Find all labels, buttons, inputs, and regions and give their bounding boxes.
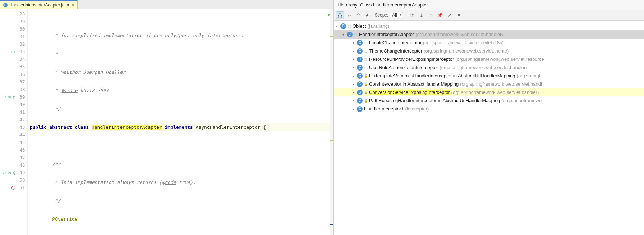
- line-number: 46: [17, 146, 25, 154]
- editor-pane: C HandlerInterceptorAdapter.java × 28293…: [0, 0, 334, 235]
- node-package: (inteceptor): [405, 106, 429, 112]
- expand-all-icon[interactable]: ≡: [427, 11, 435, 19]
- expand-toggle-icon[interactable]: ▸: [351, 90, 355, 94]
- hierarchy-node[interactable]: ▸C⬚ResourceUrlProviderExposingIntercepto…: [334, 55, 644, 63]
- class-hierarchy-icon[interactable]: [336, 11, 344, 19]
- node-package: (org.springframework.web.servlet.handl: [460, 81, 542, 87]
- expand-toggle-icon[interactable]: ▾: [341, 32, 345, 36]
- line-number: 41: [17, 108, 25, 116]
- hierarchy-title: Hierarchy: Class HandlerInterceptorAdapt…: [334, 0, 644, 10]
- code-area[interactable]: ✔ * for simplified implementation of pre…: [28, 9, 334, 235]
- line-number: 36: [17, 71, 25, 78]
- line-number: 32: [17, 40, 25, 48]
- hierarchy-node[interactable]: ▸C⬚LocaleChangeInterceptor (org.springfr…: [334, 39, 644, 47]
- sort-alpha-icon[interactable]: A↓: [364, 11, 372, 19]
- line-number: 48: [17, 161, 25, 169]
- node-name: CorsInterceptor in AbstractHandlerMappin…: [369, 81, 459, 87]
- hierarchy-node[interactable]: ▾C⬚Object (java.lang): [334, 22, 644, 30]
- line-number: 49: [17, 169, 25, 176]
- pin-icon[interactable]: 📌: [436, 11, 444, 19]
- error-stripe[interactable]: [330, 9, 334, 235]
- node-package: (org.springframework.web.servlet.handler…: [451, 90, 539, 95]
- editor-tab-bar: C HandlerInterceptorAdapter.java ×: [0, 0, 334, 9]
- refresh-icon[interactable]: ⟳: [408, 11, 416, 19]
- breakpoint-icon[interactable]: [12, 186, 15, 190]
- gutter-marker[interactable]: o↓: [12, 48, 15, 55]
- line-number: 30: [17, 25, 25, 33]
- class-icon: C: [347, 32, 353, 37]
- expand-toggle-icon[interactable]: ▸: [351, 41, 355, 45]
- line-number: 47: [17, 154, 25, 161]
- node-name: HandlerInterceptorAdapter: [359, 32, 414, 37]
- line-number: 40: [17, 101, 25, 108]
- close-panel-icon[interactable]: ✕: [455, 11, 463, 19]
- class-icon: C: [357, 90, 363, 95]
- class-icon: C: [357, 81, 363, 87]
- expand-toggle-icon[interactable]: ▸: [351, 82, 355, 86]
- hierarchy-toolbar: A↓ Scope: All ⟳ ⤓ ≡ 📌 ↗ ✕: [334, 10, 644, 21]
- abstract-badge-icon: ⬚: [364, 58, 368, 61]
- node-name: UserRoleAuthorizationInterceptor: [369, 65, 438, 70]
- hierarchy-node[interactable]: ▸C🔒CorsInterceptor in AbstractHandlerMap…: [334, 80, 644, 88]
- expand-toggle-icon[interactable]: ▸: [351, 57, 355, 61]
- class-declaration-line[interactable]: public abstract class HandlerInterceptor…: [28, 123, 334, 131]
- line-number: 33: [17, 48, 25, 55]
- class-icon: C: [340, 23, 346, 29]
- class-icon: C: [357, 106, 363, 112]
- editor-tab[interactable]: C HandlerInterceptorAdapter.java ×: [0, 0, 78, 9]
- abstract-badge-icon: ⬚: [364, 66, 368, 69]
- lock-badge-icon: 🔒: [364, 99, 368, 103]
- class-file-icon: C: [3, 3, 8, 8]
- line-number: 50: [17, 176, 25, 184]
- export-icon[interactable]: ↗: [446, 11, 454, 19]
- expand-toggle-icon[interactable]: ▸: [351, 107, 355, 111]
- subtypes-hierarchy-icon[interactable]: [355, 11, 363, 19]
- node-package: (org.springframewo: [501, 98, 542, 103]
- node-name: LocaleChangeInterceptor: [369, 40, 422, 45]
- expand-toggle-icon[interactable]: ▸: [351, 74, 355, 78]
- abstract-badge-icon: ⬚: [348, 24, 351, 28]
- class-icon: C: [357, 57, 363, 62]
- node-package: (org.springframework.web.servlet.theme): [424, 48, 509, 54]
- class-icon: C: [357, 40, 363, 46]
- line-number: 31: [17, 33, 25, 40]
- line-number: 43: [17, 123, 25, 131]
- hierarchy-node[interactable]: ▸C🔒UriTemplateVariablesHandlerIntercepto…: [334, 72, 644, 80]
- hierarchy-node[interactable]: ▸CHandlerInteceptor1 (inteceptor): [334, 105, 644, 113]
- hierarchy-tree[interactable]: ▾C⬚Object (java.lang)▾C⬚HandlerIntercept…: [334, 21, 644, 235]
- editor-body: 2829303132o↓333435363738o↑ o↓ @394041424…: [0, 9, 334, 235]
- node-name: ThemeChangeInterceptor: [369, 48, 422, 54]
- editor-gutter[interactable]: 2829303132o↓333435363738o↑ o↓ @394041424…: [0, 9, 28, 235]
- scope-select[interactable]: All: [390, 12, 403, 18]
- class-icon: C: [357, 98, 363, 104]
- hierarchy-node[interactable]: ▸C🔒ConversionServiceExposingInterceptor …: [334, 88, 644, 96]
- expand-toggle-icon[interactable]: ▾: [335, 24, 339, 28]
- supertypes-hierarchy-icon[interactable]: [345, 11, 353, 19]
- hierarchy-node[interactable]: ▾C⬚HandlerInterceptorAdapter (org.spring…: [334, 30, 644, 39]
- node-package: (org.springframework.web.servlet.i18n): [423, 40, 504, 45]
- expand-toggle-icon[interactable]: ▸: [351, 49, 355, 53]
- node-name: PathExposingHandlerInterceptor in Abstra…: [369, 98, 500, 103]
- lock-badge-icon: 🔒: [364, 74, 368, 78]
- autoscroll-icon[interactable]: ⤓: [418, 11, 426, 19]
- node-name: HandlerInteceptor1: [364, 106, 404, 112]
- line-number: 39: [17, 93, 25, 101]
- close-tab-icon[interactable]: ×: [72, 3, 74, 7]
- class-icon: C: [357, 73, 363, 79]
- node-package: (org.springframework.web.servlet.resourc…: [455, 57, 544, 62]
- expand-toggle-icon[interactable]: ▸: [351, 99, 355, 103]
- class-icon: C: [357, 65, 363, 71]
- gutter-marker[interactable]: o↑ o↓ @: [3, 169, 15, 176]
- expand-toggle-icon[interactable]: ▸: [351, 65, 355, 69]
- gutter-marker[interactable]: o↑ o↓ @: [3, 93, 15, 101]
- hierarchy-node[interactable]: ▸C🔒PathExposingHandlerInterceptor in Abs…: [334, 96, 644, 105]
- abstract-badge-icon: ⬚: [364, 41, 368, 45]
- node-package: (org.springframework.web.servlet.handler…: [440, 65, 527, 70]
- line-number: 42: [17, 116, 25, 123]
- hierarchy-node[interactable]: ▸C⬚ThemeChangeInterceptor (org.springfra…: [334, 47, 644, 55]
- line-number: 45: [17, 139, 25, 146]
- class-icon: C: [357, 48, 363, 54]
- hierarchy-pane: Hierarchy: Class HandlerInterceptorAdapt…: [334, 0, 644, 235]
- hierarchy-node[interactable]: ▸C⬚UserRoleAuthorizationInterceptor (org…: [334, 63, 644, 72]
- line-number: 44: [17, 131, 25, 139]
